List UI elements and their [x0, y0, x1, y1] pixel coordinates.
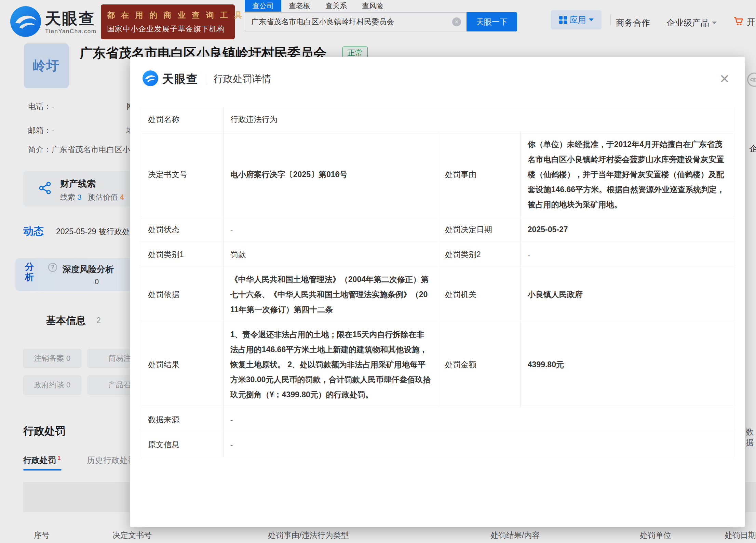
row-result-and-amount: 处罚结果 1、责令退还非法占用的土地；限在15天内自行拆除在非法占用的146.6… — [141, 322, 734, 407]
modal-brand: 天眼查 — [162, 71, 198, 87]
detail-value-cell: - — [223, 217, 438, 242]
detail-value-cell: 2025-05-27 — [521, 217, 734, 242]
modal-title: 行政处罚详情 — [214, 72, 271, 85]
detail-label-cell: 处罚类别2 — [438, 242, 521, 267]
row-original-info: 原文信息 - — [141, 432, 734, 457]
row-penalty-name: 处罚名称 行政违法行为 — [141, 107, 734, 132]
detail-label-cell: 处罚类别1 — [141, 242, 224, 267]
detail-value-cell: - — [223, 407, 734, 432]
penalty-detail-table: 处罚名称 行政违法行为 决定书文号 电小府案行决字〔2025〕第016号 处罚事… — [141, 107, 734, 457]
detail-label-cell: 数据来源 — [141, 407, 224, 432]
detail-label-cell: 处罚依据 — [141, 267, 224, 322]
detail-value-cell: 小良镇人民政府 — [521, 267, 734, 322]
detail-value-cell: - — [521, 242, 734, 267]
row-basis-and-authority: 处罚依据 《中华人民共和国土地管理法》（2004年第二次修正）第七十六条、《中华… — [141, 267, 734, 322]
row-status-and-date: 处罚状态 - 处罚决定日期 2025-05-27 — [141, 217, 734, 242]
detail-value-cell: 1、责令退还非法占用的土地；限在15天内自行拆除在非法占用的146.66平方米土… — [223, 322, 438, 407]
detail-value-cell: 电小府案行决字〔2025〕第016号 — [223, 132, 438, 217]
detail-value-cell: - — [223, 432, 734, 457]
detail-label-cell: 处罚状态 — [141, 217, 224, 242]
detail-label-cell: 处罚机关 — [438, 267, 521, 322]
close-icon[interactable]: ✕ — [719, 73, 730, 85]
detail-label-cell: 决定书文号 — [141, 132, 224, 217]
detail-value-cell: 《中华人民共和国土地管理法》（2004年第二次修正）第七十六条、《中华人民共和国… — [223, 267, 438, 322]
detail-label-cell: 处罚事由 — [438, 132, 521, 217]
row-data-source: 数据来源 - — [141, 407, 734, 432]
modal-header: 天眼查 行政处罚详情 ✕ — [130, 57, 745, 98]
penalty-detail-modal: 天眼查 行政处罚详情 ✕ 处罚名称 行政违法行为 决定书文号 电小府案行决字〔2… — [130, 57, 745, 527]
modal-head-divider — [206, 74, 206, 84]
row-category: 处罚类别1 罚款 处罚类别2 - — [141, 242, 734, 267]
row-doc-no-and-reason: 决定书文号 电小府案行决字〔2025〕第016号 处罚事由 你（单位）未经批准，… — [141, 132, 734, 217]
detail-value-cell: 你（单位）未经批准，于2012年4月开始擅自在广东省茂名市电白区小良镇岭圩村委会… — [521, 132, 734, 217]
detail-value-cell: 行政违法行为 — [223, 107, 734, 132]
detail-label-cell: 处罚结果 — [141, 322, 224, 407]
detail-value-cell: 4399.80元 — [521, 322, 734, 407]
detail-value-cell: 罚款 — [223, 242, 438, 267]
detail-label-cell: 处罚决定日期 — [438, 217, 521, 242]
detail-label-cell: 原文信息 — [141, 432, 224, 457]
detail-label-cell: 处罚金额 — [438, 322, 521, 407]
tianyancha-logo-icon — [143, 70, 158, 88]
detail-label-cell: 处罚名称 — [141, 107, 224, 132]
